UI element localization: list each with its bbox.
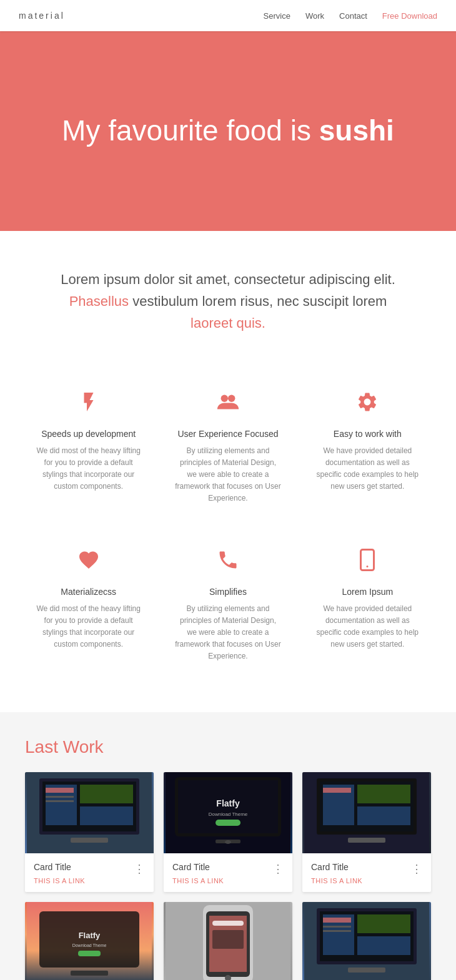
card-2-title: Card Title — [172, 862, 272, 872]
svg-text:Flatfy: Flatfy — [216, 798, 240, 808]
svg-rect-47 — [357, 914, 410, 933]
svg-rect-9 — [80, 806, 133, 825]
nav-contact[interactable]: Contact — [339, 11, 367, 21]
nav-service[interactable]: Service — [264, 11, 290, 21]
intro-section: Lorem ipsum dolor sit amet, consectetur … — [0, 231, 456, 360]
feature-bolt: Speeds up development We did most of the… — [25, 378, 152, 517]
intro-text-1: Lorem ipsum dolor sit amet, consectetur … — [61, 272, 395, 287]
feature-title-mobile: Lorem Ipsum — [314, 587, 421, 597]
feature-desc-users: By utilizing elements and principles of … — [174, 445, 281, 505]
svg-rect-35 — [71, 971, 108, 976]
card-3-body: Card Title THIS IS A LINK — [311, 862, 411, 886]
card-1-content: Card Title THIS IS A LINK ⋮ — [25, 853, 154, 892]
intro-highlight1: Phasellus — [69, 293, 129, 309]
nav-logo: material — [19, 11, 65, 21]
card-3-image — [302, 772, 431, 853]
feature-mobile: Lorem Ipsum We have provided detailed do… — [304, 536, 431, 675]
feature-title-phone: Simplifies — [174, 587, 281, 597]
svg-point-21 — [225, 840, 231, 844]
cards-grid: Card Title THIS IS A LINK ⋮ Flatfy Downl… — [25, 772, 431, 980]
feature-desc-bolt: We did most of the heavy lifting for you… — [35, 445, 142, 493]
last-work-section: Last Work Card Tit — [0, 712, 456, 980]
svg-rect-52 — [323, 930, 351, 932]
svg-point-3 — [367, 566, 369, 567]
svg-rect-28 — [348, 838, 385, 843]
hero-section: My favourite food is sushi — [0, 31, 456, 231]
card-4-image: Flatfy Download Theme — [25, 902, 154, 980]
card-2-body: Card Title THIS IS A LINK — [172, 862, 272, 886]
bolt-icon — [35, 391, 142, 419]
svg-point-1 — [228, 394, 235, 401]
nav-free-download[interactable]: Free Download — [382, 11, 437, 21]
hero-heading: My favourite food is sushi — [24, 89, 432, 173]
feature-title-users: User Experience Focused — [174, 429, 281, 439]
heart-icon — [35, 549, 142, 577]
nav-work[interactable]: Work — [305, 11, 324, 21]
svg-rect-49 — [348, 968, 385, 973]
svg-text:Download Theme: Download Theme — [209, 811, 248, 817]
feature-title-gear: Easy to work with — [314, 429, 421, 439]
svg-rect-51 — [323, 926, 351, 928]
card-3: Card Title THIS IS A LINK ⋮ — [302, 772, 431, 892]
card-6: Card Title THIS IS A LINK ⋮ — [302, 902, 431, 980]
card-5-image — [164, 902, 292, 980]
intro-highlight2: laoreet quis. — [191, 315, 265, 331]
mobile-icon — [314, 549, 421, 577]
svg-rect-48 — [357, 936, 410, 955]
svg-rect-13 — [46, 800, 74, 802]
features-section: Speeds up development We did most of the… — [0, 360, 456, 713]
card-3-title: Card Title — [311, 862, 411, 872]
card-1-title: Card Title — [34, 862, 134, 872]
card-2-link[interactable]: THIS IS A LINK — [172, 877, 224, 884]
svg-text:Flatfy: Flatfy — [79, 931, 101, 940]
feature-title-heart: Materializecss — [35, 587, 142, 597]
svg-rect-11 — [46, 788, 74, 793]
feature-title-bolt: Speeds up development — [35, 429, 142, 439]
svg-rect-10 — [71, 838, 108, 843]
card-1: Card Title THIS IS A LINK ⋮ — [25, 772, 154, 892]
svg-rect-19 — [216, 820, 240, 826]
card-3-menu[interactable]: ⋮ — [411, 863, 422, 875]
svg-rect-29 — [323, 788, 351, 793]
svg-text:Download Theme: Download Theme — [72, 943, 107, 948]
feature-desc-mobile: We have provided detailed documentation … — [314, 603, 421, 651]
feature-heart: Materializecss We did most of the heavy … — [25, 536, 152, 675]
card-5: Card Title THIS IS A LINK ⋮ — [164, 902, 292, 980]
svg-rect-12 — [46, 796, 74, 798]
feature-users: User Experience Focused By utilizing ele… — [164, 378, 291, 517]
card-6-image — [302, 902, 431, 980]
svg-rect-40 — [212, 921, 244, 926]
svg-point-0 — [221, 394, 228, 401]
feature-desc-phone: By utilizing elements and principles of … — [174, 603, 281, 663]
card-2-content: Card Title THIS IS A LINK ⋮ — [164, 853, 292, 892]
svg-rect-27 — [357, 806, 410, 825]
nav-links: Service Work Contact Free Download — [264, 11, 437, 21]
svg-rect-41 — [212, 930, 244, 949]
svg-rect-26 — [357, 785, 410, 803]
intro-paragraph: Lorem ipsum dolor sit amet, consectetur … — [50, 268, 406, 335]
users-icon — [174, 391, 281, 419]
navbar: material Service Work Contact Free Downl… — [0, 0, 456, 31]
intro-text-2: vestibulum lorem risus, nec suscipit lor… — [129, 293, 387, 309]
card-1-image — [25, 772, 154, 853]
feature-gear: Easy to work with We have provided detai… — [304, 378, 431, 517]
card-1-link[interactable]: THIS IS A LINK — [34, 877, 85, 884]
card-4: Flatfy Download Theme Card Title THIS IS… — [25, 902, 154, 980]
svg-rect-34 — [78, 951, 101, 956]
card-3-link[interactable]: THIS IS A LINK — [311, 877, 362, 884]
card-1-body: Card Title THIS IS A LINK — [34, 862, 134, 886]
card-1-menu[interactable]: ⋮ — [134, 863, 145, 875]
card-2-image: Flatfy Download Theme — [164, 772, 292, 853]
feature-desc-heart: We did most of the heavy lifting for you… — [35, 603, 142, 651]
card-2: Flatfy Download Theme Card Title THIS IS… — [164, 772, 292, 892]
phone-icon — [174, 549, 281, 577]
gear-icon — [314, 391, 421, 419]
hero-text-normal: My favourite food is — [62, 114, 319, 147]
last-work-title: Last Work — [25, 737, 431, 757]
feature-phone: Simplifies By utilizing elements and pri… — [164, 536, 291, 675]
hero-text-bold: sushi — [319, 114, 394, 147]
card-3-content: Card Title THIS IS A LINK ⋮ — [302, 853, 431, 892]
svg-rect-50 — [323, 918, 351, 923]
feature-desc-gear: We have provided detailed documentation … — [314, 445, 421, 493]
card-2-menu[interactable]: ⋮ — [272, 863, 284, 875]
